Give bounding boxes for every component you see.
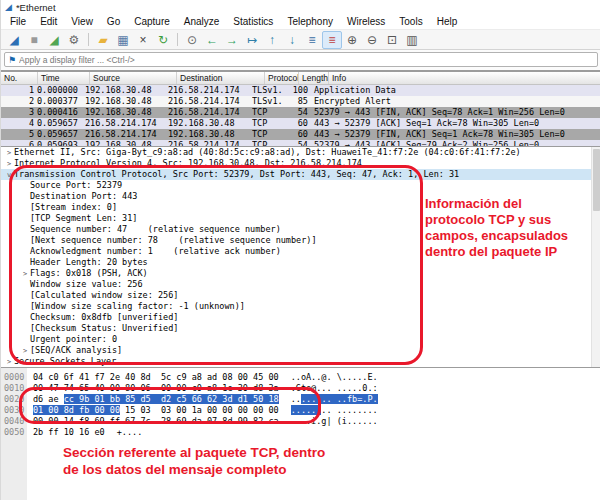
- menu-item-view[interactable]: View: [64, 15, 100, 29]
- expanded-arrow-icon[interactable]: v: [4, 170, 14, 181]
- cell-source: 192.168.30.48: [85, 96, 168, 107]
- restart-capture-icon[interactable]: ◢: [44, 31, 64, 49]
- detail-text: Source Port: 52379: [30, 180, 122, 190]
- title-bar: ◢ *Ethernet: [1, 0, 600, 15]
- column-header-protocol[interactable]: Protocol: [265, 72, 299, 84]
- detail-text: Checksum: 0x8dfb [unverified]: [30, 312, 178, 322]
- column-header-no[interactable]: No.: [1, 72, 38, 84]
- close-file-icon[interactable]: ×: [133, 31, 153, 49]
- display-filter-box[interactable]: ⚑: [4, 52, 598, 67]
- toolbar-separator: [88, 33, 89, 46]
- annotation-tcp-section: Sección referente al paquete TCP, dentro…: [63, 444, 393, 478]
- open-file-icon[interactable]: ▰: [93, 31, 113, 49]
- detail-text: [Next sequence number: 78 (relative sequ…: [30, 235, 317, 245]
- packet-row-1[interactable]: 10.000000192.168.30.48216.58.214.174TLSv…: [1, 85, 600, 96]
- detail-text: Secure Sockets Layer: [14, 356, 116, 366]
- last-packet-icon[interactable]: ↓: [282, 31, 302, 49]
- packet-row-3[interactable]: 30.000416192.168.30.48216.58.214.174TCP5…: [1, 107, 600, 118]
- detail-line-17[interactable]: Urgent pointer: 0: [1, 334, 600, 345]
- detail-line-19[interactable]: >Secure Sockets Layer: [1, 356, 600, 367]
- detail-line-3[interactable]: Source Port: 52379: [1, 180, 600, 191]
- detail-line-12[interactable]: Window size value: 256: [1, 279, 600, 290]
- detail-text: [Stream index: 0]: [30, 202, 117, 212]
- cell-destination: 192.168.30.48: [168, 118, 252, 129]
- filter-bookmark-icon[interactable]: ⚑: [5, 55, 19, 65]
- menu-item-statistics[interactable]: Statistics: [226, 15, 280, 29]
- hex-offset: 0050: [4, 427, 29, 438]
- menu-bar: FileEditViewGoCaptureAnalyzeStatisticsTe…: [1, 15, 600, 29]
- detail-line-1[interactable]: >Internet Protocol Version 4, Src: 192.1…: [1, 158, 600, 169]
- detail-line-2[interactable]: vTransmission Control Protocol, Src Port…: [1, 169, 600, 180]
- cell-info: 52379 → 443 [FIN, ACK] Seq=78 Ack=1 Win=…: [308, 107, 600, 118]
- previous-packet-icon[interactable]: ←: [202, 31, 222, 49]
- detail-line-11[interactable]: >Flags: 0x018 (PSH, ACK): [1, 268, 600, 279]
- detail-line-14[interactable]: [Window size scaling factor: -1 (unknown…: [1, 301, 600, 312]
- next-packet-icon[interactable]: →: [222, 31, 242, 49]
- cell-no: 2: [9, 96, 34, 107]
- stop-capture-icon[interactable]: ■: [24, 31, 44, 49]
- zoom-in-icon[interactable]: ⊕: [342, 31, 362, 49]
- first-packet-icon[interactable]: ↑: [262, 31, 282, 49]
- packet-row-5[interactable]: 50.059657216.58.214.174192.168.30.48TCP6…: [1, 129, 600, 140]
- detail-line-13[interactable]: [Calculated window size: 256]: [1, 290, 600, 301]
- column-header-info[interactable]: Info: [329, 72, 600, 84]
- hex-bytes-selected: cc 9b 01 bb 85 d5 d2 c5 66 62 3d d1 50 1…: [64, 394, 279, 404]
- resize-columns-icon[interactable]: ▥: [402, 31, 422, 49]
- cell-destination: 216.58.214.174: [168, 107, 252, 118]
- display-filter-input[interactable]: [19, 54, 597, 65]
- column-header-time[interactable]: Time: [38, 72, 90, 84]
- menu-item-analyze[interactable]: Analyze: [177, 15, 227, 29]
- hex-ascii: .Gte@... .....0.:: [291, 383, 378, 393]
- menu-item-file[interactable]: File: [3, 15, 33, 29]
- row-gutter: [1, 118, 9, 129]
- detail-text: Transmission Control Protocol, Src Port:…: [14, 169, 459, 179]
- zoom-original-icon[interactable]: ⊡: [382, 31, 402, 49]
- auto-scroll-icon[interactable]: ≡: [302, 31, 322, 49]
- detail-line-18[interactable]: >[SEQ/ACK analysis]: [1, 345, 600, 356]
- detail-line-15[interactable]: Checksum: 0x8dfb [unverified]: [1, 312, 600, 323]
- menu-item-tools[interactable]: Tools: [392, 15, 429, 29]
- save-file-icon[interactable]: ▦: [113, 31, 133, 49]
- packet-row-4[interactable]: 40.059657216.58.214.174192.168.30.48TCP6…: [1, 118, 600, 129]
- menu-item-capture[interactable]: Capture: [127, 15, 177, 29]
- hex-bytes-selected: 01 00 8d fb 00 00: [33, 405, 120, 415]
- find-packet-icon[interactable]: ⊙: [182, 31, 202, 49]
- hex-offset: 0020: [4, 394, 29, 405]
- cell-source: 192.168.30.48: [85, 107, 168, 118]
- column-header-source[interactable]: Source: [90, 72, 177, 84]
- menu-item-edit[interactable]: Edit: [33, 15, 64, 29]
- hex-ascii: +....: [117, 427, 143, 437]
- detail-text: Internet Protocol Version 4, Src: 192.16…: [14, 158, 362, 168]
- cell-info: 443 → 52379 [FIN, ACK] Seq=1 Ack=78 Win=…: [308, 129, 600, 140]
- zoom-out-icon[interactable]: ⊖: [362, 31, 382, 49]
- menu-item-wireless[interactable]: Wireless: [340, 15, 392, 29]
- cell-length: 54: [282, 107, 308, 118]
- hex-row-0020[interactable]: 0020d6 ae cc 9b 01 bb 85 d5 d2 c5 66 62 …: [1, 394, 600, 405]
- cell-protocol: TCP: [252, 118, 282, 129]
- column-header-destination[interactable]: Destination: [177, 72, 265, 84]
- hex-row-0040[interactable]: 004000 00 14 f8 69 ff 67 7c 28 69 da 07 …: [1, 416, 600, 427]
- menu-item-go[interactable]: Go: [100, 15, 127, 29]
- capture-options-icon[interactable]: ⚙: [64, 31, 84, 49]
- detail-line-16[interactable]: [Checksum Status: Unverified]: [1, 323, 600, 334]
- menu-item-telephony[interactable]: Telephony: [280, 15, 340, 29]
- window-title: *Ethernet: [16, 2, 56, 13]
- go-to-packet-icon[interactable]: ↦: [242, 31, 262, 49]
- column-header-length[interactable]: Length: [299, 72, 329, 84]
- cell-destination: 216.58.214.174: [168, 96, 252, 107]
- menu-item-help[interactable]: Help: [430, 15, 465, 29]
- hex-row-0050[interactable]: 00502b ff 10 16 e0+....: [1, 427, 600, 438]
- hex-row-0000[interactable]: 000004 c0 6f 41 f7 2e 40 8d 5c c9 a8 ad …: [1, 372, 600, 383]
- cell-time: 0.059657: [34, 129, 85, 140]
- hex-offset: 0010: [4, 383, 29, 394]
- hex-row-0010[interactable]: 001000 47 74 65 40 00 80 06 00 00 c0 a8 …: [1, 383, 600, 394]
- wireshark-logo-icon: ◢: [5, 3, 12, 12]
- cell-info: Application Data: [308, 85, 600, 96]
- start-capture-icon[interactable]: ◢: [4, 31, 24, 49]
- reload-file-icon[interactable]: ↻: [153, 31, 173, 49]
- detail-text: [Window size scaling factor: -1 (unknown…: [30, 301, 245, 311]
- colorize-packets-icon[interactable]: ≡: [322, 31, 342, 49]
- detail-line-0[interactable]: >Ethernet II, Src: Giga-Byt_c9:a8:ad (40…: [1, 147, 600, 158]
- hex-row-0030[interactable]: 003001 00 8d fb 00 00 15 03 03 00 1a 00 …: [1, 405, 600, 416]
- packet-row-2[interactable]: 20.000377192.168.30.48216.58.214.174TLSv…: [1, 96, 600, 107]
